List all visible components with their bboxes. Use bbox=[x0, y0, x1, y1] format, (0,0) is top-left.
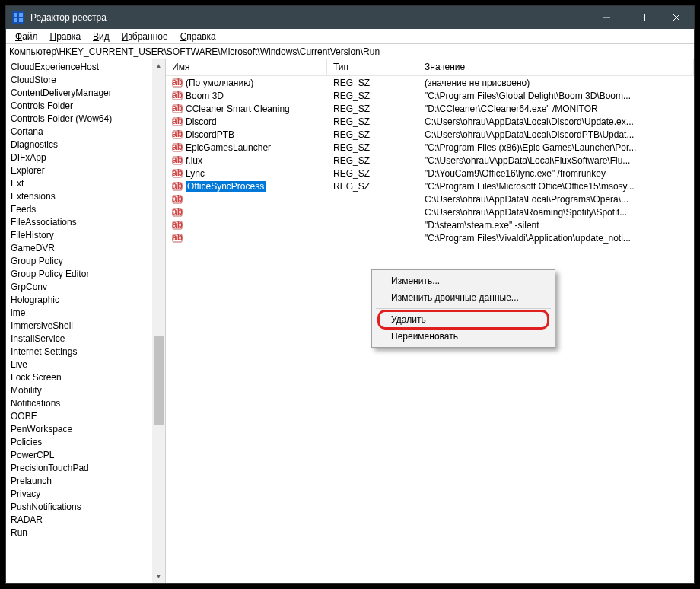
tree-item[interactable]: Group Policy Editor bbox=[11, 268, 152, 281]
value-data-cell: "D:\CCleaner\CCleaner64.exe" /MONITOR bbox=[418, 103, 694, 114]
menu-help[interactable]: Справка bbox=[174, 30, 222, 43]
value-row[interactable]: abC:\Users\ohrau\AppData\Roaming\Spotify… bbox=[166, 205, 694, 218]
tree-scrollbar[interactable]: ▲ ▼ bbox=[152, 59, 165, 583]
value-row[interactable]: abDiscordPTBREG_SZC:\Users\ohrau\AppData… bbox=[166, 128, 694, 141]
string-value-icon: ab bbox=[172, 78, 183, 88]
value-row[interactable]: abC:\Users\ohrau\AppData\Local\Programs\… bbox=[166, 193, 694, 205]
value-name-cell: abBoom 3D bbox=[166, 91, 327, 101]
tree-item[interactable]: PushNotifications bbox=[11, 501, 152, 514]
tree-item[interactable]: Prelaunch bbox=[11, 475, 152, 488]
value-row[interactable]: abBoom 3DREG_SZ"C:\Program Files\Global … bbox=[166, 89, 694, 102]
value-type-cell: REG_SZ bbox=[327, 155, 418, 166]
value-row[interactable]: abCCleaner Smart CleaningREG_SZ"D:\CClea… bbox=[166, 102, 694, 115]
svg-rect-3 bbox=[19, 18, 23, 22]
ctx-delete[interactable]: Удалить bbox=[374, 311, 552, 328]
col-header-name[interactable]: Имя bbox=[166, 59, 327, 75]
value-row[interactable]: abLyncREG_SZ"D:\YouCam9\Office16\lync.ex… bbox=[166, 167, 694, 180]
svg-text:ab: ab bbox=[172, 233, 183, 243]
value-type-cell: REG_SZ bbox=[327, 116, 418, 127]
tree-item[interactable]: Ext bbox=[11, 177, 152, 190]
col-header-value[interactable]: Значение bbox=[418, 59, 694, 75]
value-row[interactable]: abDiscordREG_SZC:\Users\ohrau\AppData\Lo… bbox=[166, 115, 694, 128]
value-name-cell: ab(По умолчанию) bbox=[166, 78, 327, 88]
maximize-button[interactable] bbox=[624, 6, 659, 29]
ctx-modify[interactable]: Изменить... bbox=[374, 272, 552, 289]
value-name-label: DiscordPTB bbox=[186, 129, 234, 140]
tree-item[interactable]: DIFxApp bbox=[11, 151, 152, 164]
tree-item[interactable]: Controls Folder (Wow64) bbox=[11, 113, 152, 126]
tree-item[interactable]: ImmersiveShell bbox=[11, 320, 152, 333]
value-type-cell: REG_SZ bbox=[327, 168, 418, 179]
menu-favorites[interactable]: Избранное bbox=[116, 30, 174, 43]
menu-view[interactable]: Вид bbox=[87, 30, 116, 43]
tree-item[interactable]: RADAR bbox=[11, 514, 152, 527]
value-row[interactable]: abf.luxREG_SZ"C:\Users\ohrau\AppData\Loc… bbox=[166, 154, 694, 167]
svg-rect-1 bbox=[19, 13, 23, 17]
string-value-icon: ab bbox=[172, 103, 183, 114]
value-name-label: Boom 3D bbox=[186, 91, 224, 101]
tree-item[interactable]: Run bbox=[11, 527, 152, 540]
string-value-icon: ab bbox=[172, 129, 183, 140]
tree-item[interactable]: InstallService bbox=[11, 333, 152, 345]
scroll-thumb[interactable] bbox=[154, 336, 164, 426]
window-title: Редактор реестра bbox=[30, 12, 589, 23]
tree-item[interactable]: Internet Settings bbox=[11, 345, 152, 358]
tree-item[interactable]: Group Policy bbox=[11, 255, 152, 268]
tree-item[interactable]: Privacy bbox=[11, 488, 152, 501]
address-bar[interactable]: Компьютер\HKEY_CURRENT_USER\SOFTWARE\Mic… bbox=[6, 44, 694, 59]
tree-item[interactable]: Cortana bbox=[11, 126, 152, 138]
tree-item[interactable]: OOBE bbox=[11, 410, 152, 423]
minimize-button[interactable] bbox=[589, 6, 624, 29]
tree-item[interactable]: Notifications bbox=[11, 397, 152, 410]
tree-item[interactable]: PowerCPL bbox=[11, 449, 152, 462]
menu-file[interactable]: Файл bbox=[9, 30, 44, 43]
scroll-down-button[interactable]: ▼ bbox=[152, 570, 165, 583]
tree-item[interactable]: Diagnostics bbox=[11, 138, 152, 151]
tree-item[interactable]: Live bbox=[11, 358, 152, 371]
ctx-separator bbox=[376, 308, 551, 309]
svg-text:ab: ab bbox=[172, 91, 183, 100]
tree-item[interactable]: Holographic bbox=[11, 294, 152, 307]
value-row[interactable]: ab"D:\steam\steam.exe" -silent bbox=[166, 218, 694, 231]
value-row[interactable]: abOfficeSyncProcessREG_SZ"C:\Program Fil… bbox=[166, 180, 694, 193]
tree-item[interactable]: PenWorkspace bbox=[11, 423, 152, 436]
tree-item[interactable]: Extensions bbox=[11, 190, 152, 203]
ctx-rename[interactable]: Переименовать bbox=[374, 328, 552, 345]
tree-item[interactable]: FileHistory bbox=[11, 229, 152, 242]
string-value-icon: ab bbox=[172, 168, 183, 179]
scroll-track[interactable] bbox=[152, 72, 165, 570]
tree-item[interactable]: Controls Folder bbox=[11, 100, 152, 113]
svg-text:ab: ab bbox=[172, 220, 183, 230]
tree-item[interactable]: GrpConv bbox=[11, 281, 152, 294]
value-type-cell: REG_SZ bbox=[327, 181, 418, 192]
value-row[interactable]: ab"C:\Program Files\Vivaldi\Application\… bbox=[166, 231, 694, 244]
tree-list[interactable]: CloudExperienceHostCloudStoreContentDeli… bbox=[6, 59, 152, 583]
tree-item[interactable]: Explorer bbox=[11, 164, 152, 177]
menubar: Файл Правка Вид Избранное Справка bbox=[6, 29, 694, 44]
tree-item[interactable]: ime bbox=[11, 307, 152, 320]
scroll-up-button[interactable]: ▲ bbox=[152, 59, 165, 72]
menu-edit[interactable]: Правка bbox=[44, 30, 88, 43]
ctx-modify-binary[interactable]: Изменить двоичные данные... bbox=[374, 289, 552, 306]
close-button[interactable] bbox=[659, 6, 694, 29]
tree-item[interactable]: Lock Screen bbox=[11, 371, 152, 384]
tree-item[interactable]: Mobility bbox=[11, 384, 152, 397]
string-value-icon: ab bbox=[172, 220, 183, 231]
tree-item[interactable]: CloudStore bbox=[11, 74, 152, 87]
tree-item[interactable]: ContentDeliveryManager bbox=[11, 87, 152, 100]
tree-item[interactable]: Feeds bbox=[11, 203, 152, 216]
tree-item[interactable]: Policies bbox=[11, 436, 152, 449]
tree-item[interactable]: FileAssociations bbox=[11, 216, 152, 229]
tree-item[interactable]: PrecisionTouchPad bbox=[11, 462, 152, 475]
tree-item[interactable]: CloudExperienceHost bbox=[11, 61, 152, 74]
value-name-cell: abLync bbox=[166, 168, 327, 179]
svg-text:ab: ab bbox=[172, 129, 183, 139]
value-type-cell: REG_SZ bbox=[327, 78, 418, 88]
col-header-type[interactable]: Тип bbox=[327, 59, 418, 75]
tree-item[interactable]: GameDVR bbox=[11, 242, 152, 255]
titlebar[interactable]: Редактор реестра bbox=[6, 6, 694, 29]
value-type-cell: REG_SZ bbox=[327, 142, 418, 153]
svg-text:ab: ab bbox=[172, 155, 183, 165]
value-row[interactable]: abEpicGamesLauncherREG_SZ"C:\Program Fil… bbox=[166, 141, 694, 154]
value-row[interactable]: ab(По умолчанию)REG_SZ(значение не присв… bbox=[166, 76, 694, 89]
